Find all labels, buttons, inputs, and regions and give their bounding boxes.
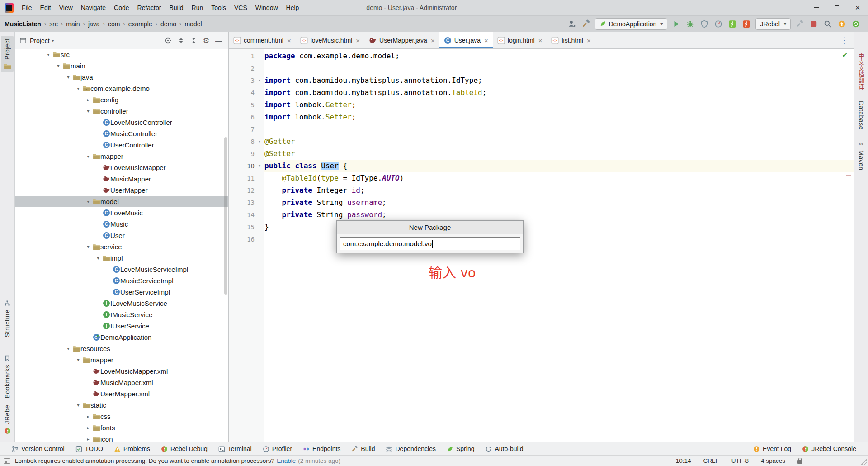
tree-item-impl[interactable]: ▾impl [15, 252, 228, 264]
close-tab-icon[interactable]: × [431, 37, 435, 44]
tree-item-main[interactable]: ▾main [15, 60, 228, 71]
tree-item-service[interactable]: ▾service [15, 241, 228, 252]
code-line-4[interactable]: 4import com.baomidou.mybatisplus.annotat… [229, 86, 854, 99]
tool-hammer-icon[interactable] [795, 19, 805, 29]
breadcrumb-item-src[interactable]: src [49, 20, 58, 28]
code-line-3[interactable]: 3▾import com.baomidou.mybatisplus.annota… [229, 74, 854, 86]
tool-tab-bookmarks[interactable]: Bookmarks [0, 352, 14, 401]
caret-position-widget[interactable]: 10:14 [676, 457, 691, 464]
tree-item-resources[interactable]: ▾resources [15, 343, 228, 354]
tool-tab-database[interactable]: Database [854, 98, 868, 133]
package-name-input[interactable]: com.example.demo.model.vo [340, 237, 520, 250]
tree-item-musicmapper-xml[interactable]: MusicMapper.xml [15, 377, 228, 388]
menu-help[interactable]: Help [282, 0, 303, 15]
tool-button-problems[interactable]: Problems [108, 442, 156, 456]
stop-icon[interactable] [809, 19, 819, 29]
code-line-2[interactable]: 2 [229, 62, 854, 74]
chevron-down-icon[interactable]: ▾ [44, 52, 53, 57]
project-panel-title[interactable]: Project [30, 37, 50, 44]
chevron-down-icon[interactable]: ▾ [54, 63, 63, 68]
settings-gear-icon[interactable]: ⚙ [203, 36, 209, 45]
run-icon[interactable] [671, 19, 681, 29]
tool-tab-project[interactable]: Project [1, 36, 14, 72]
tool-tab-cn-plugin[interactable]: 中文文档翻译 [854, 50, 868, 92]
tree-item-lovemusicmapper[interactable]: LoveMusicMapper [15, 162, 228, 173]
tree-item-static[interactable]: ▾static [15, 399, 228, 411]
hide-panel-icon[interactable]: — [215, 37, 222, 44]
tree-item-src[interactable]: ▾src [15, 49, 228, 60]
tool-button-dependencies[interactable]: Dependencies [380, 442, 441, 456]
breadcrumb-item-java[interactable]: java [88, 20, 100, 28]
jrebel-run-icon[interactable] [727, 19, 737, 29]
tree-item-mapper[interactable]: ▾mapper [15, 354, 228, 366]
menu-edit[interactable]: Edit [36, 0, 55, 15]
select-opened-file-icon[interactable] [164, 37, 172, 44]
encoding-widget[interactable]: UTF-8 [731, 457, 749, 464]
chevron-down-icon[interactable]: ▾ [84, 154, 93, 159]
enable-link[interactable]: Enable [277, 457, 296, 464]
tree-item-lovemusic[interactable]: CLoveMusic [15, 207, 228, 219]
tree-item-musiccontroller[interactable]: CMusicController [15, 128, 228, 139]
breadcrumb-item-musiclisten[interactable]: MusicListen [5, 20, 41, 28]
code-line-15[interactable]: 15} [229, 221, 854, 233]
close-tab-icon[interactable]: × [587, 37, 591, 44]
code-line-13[interactable]: 13 private String username; [229, 196, 854, 209]
menu-view[interactable]: View [55, 0, 77, 15]
more-tabs-icon[interactable]: ⋮ [835, 36, 854, 45]
close-tab-icon[interactable]: × [356, 37, 360, 44]
breadcrumb-item-demo[interactable]: demo [160, 20, 176, 28]
code-line-5[interactable]: 5import lombok.Getter; [229, 99, 854, 111]
chevron-down-icon[interactable]: ▾ [52, 38, 54, 43]
tool-button-event-log[interactable]: Event Log [748, 442, 797, 456]
tree-item-imusicservice[interactable]: IIMusicService [15, 309, 228, 320]
tool-tab-jrebel[interactable]: JRebel [0, 400, 14, 437]
editor-tab-user-java[interactable]: CUser.java× [439, 32, 493, 48]
run-config-select[interactable]: DemoApplication ▾ [595, 18, 668, 30]
close-button[interactable]: × [847, 0, 868, 15]
tree-item-css[interactable]: ▸css [15, 411, 228, 422]
profiler-icon[interactable] [713, 19, 723, 29]
menu-code[interactable]: Code [110, 0, 133, 15]
editor-tab-list-html[interactable]: <>list.html× [547, 32, 595, 48]
tool-button-version-control[interactable]: Version Control [6, 442, 70, 456]
chevron-down-icon[interactable]: ▾ [74, 403, 83, 408]
expand-all-icon[interactable] [178, 37, 184, 44]
tool-button-endpoints[interactable]: Endpoints [297, 442, 346, 456]
collapse-all-icon[interactable] [190, 37, 197, 44]
tree-item-lovemusicserviceimpl[interactable]: CLoveMusicServiceImpl [15, 264, 228, 275]
code-line-1[interactable]: 1package com.example.demo.model; [229, 50, 854, 62]
build-hammer-icon[interactable] [581, 19, 591, 29]
sync-icon[interactable] [851, 19, 861, 29]
jrebel-debug-icon[interactable] [741, 19, 751, 29]
readonly-lock-icon[interactable] [797, 460, 802, 464]
tool-button-build[interactable]: Build [346, 442, 380, 456]
tree-item-mapper[interactable]: ▾mapper [15, 151, 228, 162]
indent-widget[interactable]: 4 spaces [761, 457, 785, 464]
tree-item-usercontroller[interactable]: CUserController [15, 139, 228, 151]
tree-item-iuserservice[interactable]: IIUserService [15, 320, 228, 332]
close-tab-icon[interactable]: × [484, 37, 488, 44]
tree-item-java[interactable]: ▾java [15, 71, 228, 83]
code-editor[interactable]: 1package com.example.demo.model;23▾impor… [229, 49, 854, 442]
code-line-6[interactable]: 6import lombok.Setter; [229, 111, 854, 123]
menu-navigate[interactable]: Navigate [77, 0, 110, 15]
tree-item-demoapplication[interactable]: CDemoApplication [15, 332, 228, 343]
menu-vcs[interactable]: VCS [230, 0, 251, 15]
menu-file[interactable]: File [18, 0, 36, 15]
line-separator-widget[interactable]: CRLF [703, 457, 719, 464]
code-line-12[interactable]: 12 private Integer id; [229, 184, 854, 196]
inspection-ok-icon[interactable]: ✔ [842, 51, 848, 59]
breadcrumb-item-example[interactable]: example [128, 20, 152, 28]
menu-tools[interactable]: Tools [207, 0, 230, 15]
tool-button-jrebel-console[interactable]: JRebel Console [797, 442, 862, 456]
tree-item-user[interactable]: CUser [15, 230, 228, 241]
tool-button-terminal[interactable]: Terminal [213, 442, 257, 456]
tree-item-musicmapper[interactable]: MusicMapper [15, 173, 228, 185]
editor-tab-comment-html[interactable]: <>comment.html× [229, 32, 296, 48]
menu-refactor[interactable]: Refactor [133, 0, 165, 15]
menu-run[interactable]: Run [188, 0, 208, 15]
breadcrumb-item-com[interactable]: com [108, 20, 120, 28]
code-line-10[interactable]: 10▾public class User { [229, 160, 854, 172]
code-line-7[interactable]: 7 [229, 123, 854, 135]
maximize-button[interactable] [826, 0, 847, 15]
